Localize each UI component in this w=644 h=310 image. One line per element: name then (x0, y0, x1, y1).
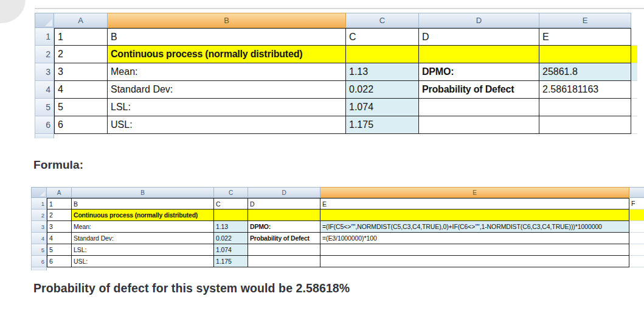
row-header-2[interactable]: 2 (35, 46, 54, 63)
cell-E4[interactable]: =(E3/1000000)*100 (320, 233, 629, 244)
cell-F4[interactable] (631, 81, 637, 99)
cell-F5[interactable] (631, 99, 637, 116)
row-header-2[interactable]: 2 (31, 210, 47, 221)
cell-C6[interactable]: 1.175 (214, 256, 248, 267)
cell-A5[interactable]: 5 (47, 244, 72, 256)
cell-D5[interactable] (419, 99, 539, 116)
cell-C2[interactable] (214, 210, 248, 221)
cell-D1[interactable]: D (248, 198, 320, 210)
column-header-A[interactable]: A (54, 13, 108, 28)
cell-F6[interactable] (629, 256, 644, 267)
cell-A3[interactable]: 3 (47, 221, 72, 233)
cell-F3[interactable] (631, 63, 637, 81)
row-header-3[interactable]: 3 (35, 63, 54, 81)
cell-E6[interactable] (539, 116, 631, 134)
cell-B6[interactable]: USL: (108, 116, 346, 134)
cell-F2[interactable] (629, 210, 644, 221)
row-header-5[interactable]: 5 (31, 244, 47, 256)
cell-C5[interactable]: 1.074 (214, 244, 248, 256)
cell-E3[interactable]: =(IF(C5<>"",NORMDIST(C5,C3,C4,TRUE),0)+I… (320, 221, 629, 233)
cell-E3[interactable]: 25861.8 (539, 63, 631, 81)
column-header-E[interactable]: E (320, 187, 629, 198)
column-header-C[interactable]: C (346, 13, 419, 28)
cell-E5[interactable] (539, 99, 631, 116)
cell-A4[interactable]: 4 (47, 233, 72, 244)
cell-D3[interactable]: DPMO: (419, 63, 539, 81)
cell-D5[interactable] (248, 244, 320, 256)
cell-F6[interactable] (631, 116, 637, 134)
cell-C3[interactable]: 1.13 (346, 63, 419, 81)
row-header-4[interactable]: 4 (35, 81, 54, 99)
column-header-A[interactable]: A (47, 187, 72, 198)
cell-D2[interactable] (248, 210, 320, 221)
cell-E1[interactable]: E (320, 198, 629, 210)
cell-D4[interactable]: Probability of Defect (419, 81, 539, 99)
column-header-C[interactable]: C (214, 187, 248, 198)
cell-D1[interactable]: D (419, 28, 539, 46)
cell-A4[interactable]: 4 (54, 81, 108, 99)
cell-D6[interactable] (248, 256, 320, 267)
cell-F2[interactable] (631, 46, 637, 63)
row-header-3[interactable]: 3 (31, 221, 47, 233)
cell-A6[interactable]: 6 (47, 256, 72, 267)
cell-A3[interactable]: 3 (54, 63, 108, 81)
cell-D3[interactable]: DPMO: (248, 221, 320, 233)
cell-C4[interactable]: 0.022 (214, 233, 248, 244)
cell-A5[interactable]: 5 (54, 99, 108, 116)
column-header-B[interactable]: B (108, 13, 346, 28)
row-header-4[interactable]: 4 (31, 233, 47, 244)
cell-A1[interactable]: 1 (47, 198, 72, 210)
cell-B1[interactable]: B (72, 198, 214, 210)
cell-C4[interactable]: 0.022 (346, 81, 419, 99)
select-all-corner[interactable] (35, 13, 54, 28)
cell-C3[interactable]: 1.13 (214, 221, 248, 233)
cell-F1[interactable]: F (629, 198, 644, 210)
cell-A1[interactable]: 1 (54, 28, 108, 46)
column-header-F[interactable] (629, 187, 644, 198)
row-header-5[interactable]: 5 (35, 99, 54, 116)
cell-E2[interactable] (539, 46, 631, 63)
cell-E6[interactable] (320, 256, 629, 267)
cell-D6[interactable] (419, 116, 539, 134)
cell-F5[interactable] (629, 244, 644, 256)
column-header-B[interactable]: B (72, 187, 214, 198)
cell-E1[interactable]: E (539, 28, 631, 46)
cell-B2[interactable]: Continuous process (normally distributed… (108, 46, 346, 63)
select-all-corner[interactable] (31, 187, 47, 198)
column-header-F[interactable] (631, 13, 636, 28)
cell-A6[interactable]: 6 (54, 116, 108, 134)
cell-F4[interactable] (629, 233, 644, 244)
cell-B5[interactable]: LSL: (108, 99, 346, 116)
row-header-6[interactable]: 6 (31, 256, 47, 267)
column-header-E[interactable]: E (539, 13, 631, 28)
cell-A2[interactable]: 2 (47, 210, 72, 221)
spreadsheet-values: ABCDE11BCDE22Continuous process (normall… (35, 13, 637, 138)
cell-C5[interactable]: 1.074 (346, 99, 419, 116)
cell-C1[interactable]: C (346, 28, 419, 46)
cell-D2[interactable] (419, 46, 539, 63)
cell-E2[interactable] (320, 210, 629, 221)
column-header-D[interactable]: D (248, 187, 320, 198)
cell-C1[interactable]: C (214, 198, 248, 210)
cell-D4[interactable]: Probability of Defect (248, 233, 320, 244)
cell-B4[interactable]: Standard Dev: (72, 233, 214, 244)
cell-C6[interactable]: 1.175 (346, 116, 419, 134)
cell-E4[interactable]: 2.586181163 (539, 81, 631, 99)
cell-B2[interactable]: Continuous process (normally distributed… (72, 210, 214, 221)
cell-B1[interactable]: B (108, 28, 346, 46)
row-header-1[interactable]: 1 (31, 198, 47, 210)
select-all-triangle-icon (45, 19, 52, 26)
row-header-1[interactable]: 1 (35, 28, 54, 46)
cell-B5[interactable]: LSL: (72, 244, 214, 256)
row-header-6[interactable]: 6 (35, 116, 54, 134)
cell-B4[interactable]: Standard Dev: (108, 81, 346, 99)
cell-B6[interactable]: USL: (72, 256, 214, 267)
cell-F3[interactable] (629, 221, 644, 233)
cell-B3[interactable]: Mean: (108, 63, 346, 81)
cell-A2[interactable]: 2 (54, 46, 108, 63)
cell-F1[interactable] (631, 28, 637, 46)
cell-C2[interactable] (346, 46, 419, 63)
cell-E5[interactable] (320, 244, 629, 256)
column-header-D[interactable]: D (419, 13, 539, 28)
cell-B3[interactable]: Mean: (72, 221, 214, 233)
